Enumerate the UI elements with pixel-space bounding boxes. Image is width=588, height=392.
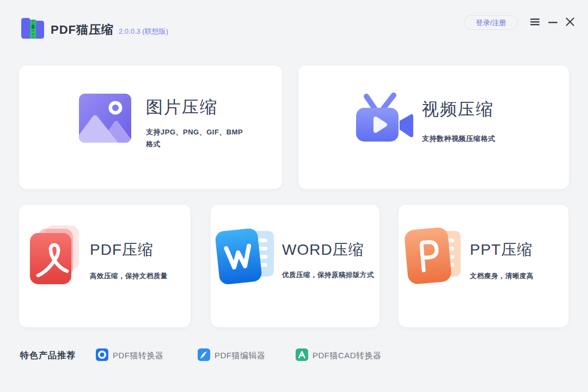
converter-icon — [96, 348, 108, 363]
image-card-text: 图片压缩 支持JPG、PNG、GIF、BMP格式 — [146, 96, 247, 150]
pdf-card-text: PDF压缩 高效压缩，保持文档质量 — [90, 240, 168, 282]
ppt-card-desc: 文档瘦身，清晰度高 — [470, 270, 534, 282]
ppt-card-text: PPT压缩 文档瘦身，清晰度高 — [470, 240, 534, 282]
minimize-icon[interactable] — [548, 17, 558, 28]
image-card-title: 图片压缩 — [146, 96, 247, 119]
featured-products-label: 特色产品推荐 — [20, 350, 76, 362]
editor-icon — [198, 348, 210, 363]
video-card-title: 视频压缩 — [422, 98, 495, 121]
ppt-document-icon — [404, 224, 466, 286]
app-logo-folder-zipper-icon — [20, 16, 45, 40]
word-document-icon — [215, 224, 277, 286]
product-link-label: PDF猫编辑器 — [215, 351, 266, 361]
image-compress-card[interactable]: 图片压缩 支持JPG、PNG、GIF、BMP格式 — [19, 65, 282, 189]
image-icon — [79, 94, 131, 145]
word-card-title: WORD压缩 — [282, 240, 376, 260]
ppt-card-title: PPT压缩 — [470, 240, 534, 260]
brand: PDF猫压缩 2.0.0.3 (联想版) — [51, 22, 168, 38]
word-card-desc: 优质压缩，保持原稿排版方式 — [282, 269, 376, 281]
video-card-text: 视频压缩 支持数种视频压缩格式 — [422, 98, 495, 145]
pdf-card-desc: 高效压缩，保持文档质量 — [90, 270, 168, 282]
product-link-pdf-converter[interactable]: PDF猫转换器 — [96, 348, 164, 363]
title-bar: PDF猫压缩 2.0.0.3 (联想版) 登录/注册 — [0, 0, 588, 47]
image-card-desc: 支持JPG、PNG、GIF、BMP格式 — [146, 126, 247, 150]
video-compress-card[interactable]: 视频压缩 支持数种视频压缩格式 — [298, 65, 569, 189]
product-link-label: PDF猫转换器 — [113, 351, 164, 361]
close-icon[interactable] — [566, 17, 574, 28]
cad-converter-icon — [296, 348, 308, 363]
app-version: 2.0.0.3 (联想版) — [119, 27, 168, 36]
menu-icon[interactable] — [530, 17, 540, 28]
app-window: PDF猫压缩 2.0.0.3 (联想版) 登录/注册 — [0, 0, 588, 392]
pdf-card-title: PDF压缩 — [90, 240, 168, 260]
video-camera-icon — [354, 91, 415, 148]
video-card-desc: 支持数种视频压缩格式 — [422, 133, 495, 145]
product-link-label: PDF猫CAD转换器 — [313, 351, 382, 361]
pdf-compress-card[interactable]: PDF压缩 高效压缩，保持文档质量 — [19, 205, 191, 327]
word-compress-card[interactable]: WORD压缩 优质压缩，保持原稿排版方式 — [211, 205, 379, 327]
login-register-label: 登录/注册 — [476, 18, 506, 28]
login-register-button[interactable]: 登录/注册 — [464, 15, 518, 30]
product-link-cad-converter[interactable]: PDF猫CAD转换器 — [296, 348, 382, 363]
ppt-compress-card[interactable]: PPT压缩 文档瘦身，清晰度高 — [399, 205, 568, 327]
product-link-pdf-editor[interactable]: PDF猫编辑器 — [198, 348, 266, 363]
pdf-document-icon — [30, 225, 84, 289]
app-title: PDF猫压缩 — [51, 22, 114, 38]
word-card-text: WORD压缩 优质压缩，保持原稿排版方式 — [282, 240, 376, 281]
